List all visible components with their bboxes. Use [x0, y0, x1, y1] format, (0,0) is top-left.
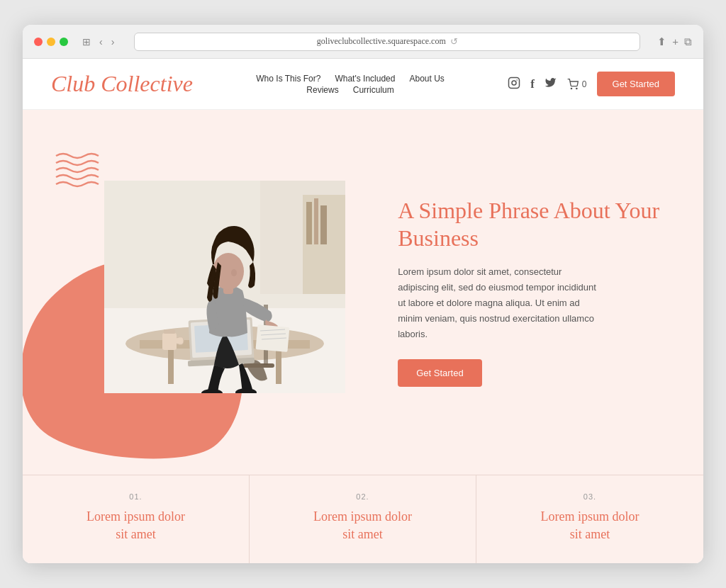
back-button[interactable]: ‹: [96, 35, 106, 49]
hero-right: A Simple Phrase About Your Business Lore…: [376, 110, 703, 475]
nav-reviews[interactable]: Reviews: [306, 85, 338, 95]
twitter-icon[interactable]: [544, 77, 557, 91]
svg-point-1: [512, 81, 516, 85]
website-content: Club Collective Who Is This For? What's …: [23, 59, 703, 563]
nav-curriculum[interactable]: Curriculum: [353, 85, 394, 95]
svg-rect-9: [306, 202, 312, 244]
hero-title: A Simple Phrase About Your Business: [398, 197, 675, 251]
new-tab-button[interactable]: +: [672, 35, 678, 47]
maximize-button[interactable]: [60, 38, 68, 46]
nav-row-1: Who Is This For? What's Included About U…: [256, 74, 445, 84]
forward-button[interactable]: ›: [108, 35, 118, 49]
svg-point-2: [517, 79, 518, 81]
hero-section: A Simple Phrase About Your Business Lore…: [23, 110, 703, 475]
address-bar[interactable]: goliveclubcollective.squarespace.com ↺: [134, 33, 640, 51]
svg-rect-10: [314, 198, 318, 244]
url-text: goliveclubcollective.squarespace.com: [317, 36, 446, 47]
header-right: f 0 Get Started: [508, 72, 675, 96]
hero-image: [104, 181, 345, 396]
instagram-icon[interactable]: [508, 77, 520, 92]
feature-title-1: Lorem ipsum dolorsit amet: [44, 508, 228, 543]
svg-point-4: [576, 88, 576, 89]
svg-rect-14: [168, 349, 174, 384]
svg-rect-16: [242, 363, 274, 368]
feature-item-1: 01. Lorem ipsum dolorsit amet: [23, 475, 250, 563]
site-header: Club Collective Who Is This For? What's …: [23, 59, 703, 110]
cart-count: 0: [582, 79, 587, 89]
nav-whats-included[interactable]: What's Included: [335, 74, 395, 84]
nav-row-2: Reviews Curriculum: [306, 85, 393, 95]
svg-rect-22: [162, 333, 177, 350]
cart-button[interactable]: 0: [566, 79, 587, 90]
sidebar-toggle-button[interactable]: ⊞: [79, 35, 94, 49]
browser-controls: ⊞ ‹ ›: [79, 35, 117, 49]
feature-number-1: 01.: [44, 492, 228, 501]
hero-description: Lorem ipsum dolor sit amet, consectetur …: [398, 264, 596, 342]
svg-point-28: [231, 269, 237, 276]
svg-point-3: [571, 88, 571, 89]
feature-title-2: Lorem ipsum dolorsit amet: [271, 508, 454, 543]
share-button[interactable]: ⬆: [657, 35, 666, 48]
feature-item-3: 03. Lorem ipsum dolorsit amet: [476, 475, 703, 563]
svg-rect-0: [509, 77, 520, 88]
minimize-button[interactable]: [47, 38, 55, 46]
site-logo[interactable]: Club Collective: [51, 71, 193, 97]
svg-rect-15: [276, 349, 281, 384]
duplicate-button[interactable]: ⧉: [684, 35, 692, 48]
nav-about-us[interactable]: About Us: [409, 74, 444, 84]
svg-rect-23: [164, 329, 175, 334]
refresh-icon[interactable]: ↺: [450, 36, 458, 47]
hero-get-started-button[interactable]: Get Started: [398, 359, 481, 387]
browser-actions: ⬆ + ⧉: [657, 35, 692, 48]
browser-chrome: ⊞ ‹ › goliveclubcollective.squarespace.c…: [23, 25, 703, 59]
features-grid: 01. Lorem ipsum dolorsit amet 02. Lorem …: [23, 475, 703, 563]
feature-number-3: 03.: [498, 492, 682, 501]
browser-window: ⊞ ‹ › goliveclubcollective.squarespace.c…: [23, 25, 703, 563]
hero-left: [23, 110, 376, 475]
close-button[interactable]: [34, 38, 43, 46]
nav-who-is-this-for[interactable]: Who Is This For?: [256, 74, 320, 84]
site-navigation: Who Is This For? What's Included About U…: [256, 74, 445, 95]
header-get-started-button[interactable]: Get Started: [597, 72, 675, 96]
feature-title-3: Lorem ipsum dolorsit amet: [498, 508, 682, 543]
feature-number-2: 02.: [271, 492, 454, 501]
wave-decoration: [52, 149, 106, 191]
feature-item-2: 02. Lorem ipsum dolorsit amet: [250, 475, 476, 563]
facebook-icon[interactable]: f: [530, 77, 535, 91]
svg-rect-11: [320, 205, 327, 244]
features-section: 01. Lorem ipsum dolorsit amet 02. Lorem …: [23, 475, 703, 563]
traffic-lights: [34, 38, 68, 46]
